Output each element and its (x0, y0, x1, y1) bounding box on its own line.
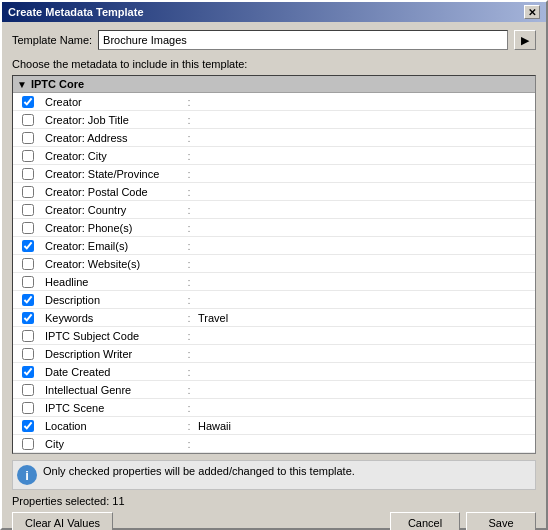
row-value-input-iptc_subject[interactable] (198, 328, 532, 344)
row-value-cell-city2 (195, 436, 535, 452)
row-label-phone: Creator: Phone(s) (43, 222, 183, 234)
row-value-cell-postal_code (195, 184, 535, 200)
row-value-cell-headline (195, 274, 535, 290)
row-label-location: Location (43, 420, 183, 432)
row-value-input-creator[interactable] (198, 94, 532, 110)
info-text: Only checked properties will be added/ch… (43, 465, 355, 477)
row-value-input-website[interactable] (198, 256, 532, 272)
row-label-headline: Headline (43, 276, 183, 288)
row-separator-desc_writer: : (183, 348, 195, 360)
row-checkbox-phone[interactable] (22, 222, 34, 234)
row-value-cell-website (195, 256, 535, 272)
table-row: Creator: City: (13, 147, 535, 165)
checkbox-cell (13, 330, 43, 342)
main-window: Create Metadata Template ✕ Template Name… (0, 0, 548, 530)
row-value-cell-keywords (195, 310, 535, 326)
row-checkbox-keywords[interactable] (22, 312, 34, 324)
row-value-cell-city (195, 148, 535, 164)
row-checkbox-location[interactable] (22, 420, 34, 432)
row-value-input-location[interactable] (198, 418, 532, 434)
checkbox-cell (13, 114, 43, 126)
row-label-creator: Creator (43, 96, 183, 108)
row-value-input-description[interactable] (198, 292, 532, 308)
row-checkbox-iptc_scene[interactable] (22, 402, 34, 414)
row-value-input-keywords[interactable] (198, 310, 532, 326)
close-button[interactable]: ✕ (524, 5, 540, 19)
checkbox-cell (13, 420, 43, 432)
row-checkbox-date_created[interactable] (22, 366, 34, 378)
row-value-input-headline[interactable] (198, 274, 532, 290)
section-label: IPTC Core (31, 78, 84, 90)
metadata-rows-container: Creator:Creator: Job Title:Creator: Addr… (13, 93, 535, 453)
row-checkbox-iptc_subject[interactable] (22, 330, 34, 342)
row-value-cell-desc_writer (195, 346, 535, 362)
row-value-cell-address (195, 130, 535, 146)
table-row: Headline: (13, 273, 535, 291)
table-row: Keywords: (13, 309, 535, 327)
row-separator-postal_code: : (183, 186, 195, 198)
row-value-input-desc_writer[interactable] (198, 346, 532, 362)
row-value-input-state[interactable] (198, 166, 532, 182)
row-checkbox-intellectual_genre[interactable] (22, 384, 34, 396)
choose-text: Choose the metadata to include in this t… (12, 58, 536, 70)
save-button[interactable]: Save (466, 512, 536, 530)
row-label-city: Creator: City (43, 150, 183, 162)
table-row: Creator: Postal Code: (13, 183, 535, 201)
row-value-input-email[interactable] (198, 238, 532, 254)
row-checkbox-city2[interactable] (22, 438, 34, 450)
row-separator-location: : (183, 420, 195, 432)
row-checkbox-desc_writer[interactable] (22, 348, 34, 360)
row-value-input-phone[interactable] (198, 220, 532, 236)
row-label-address: Creator: Address (43, 132, 183, 144)
row-label-date_created: Date Created (43, 366, 183, 378)
row-value-input-date_created[interactable] (198, 364, 532, 380)
row-value-input-job_title[interactable] (198, 112, 532, 128)
row-separator-creator: : (183, 96, 195, 108)
properties-row: Properties selected: 11 (12, 495, 536, 507)
row-value-input-city2[interactable] (198, 436, 532, 452)
cancel-button[interactable]: Cancel (390, 512, 460, 530)
checkbox-cell (13, 348, 43, 360)
table-row: City: (13, 435, 535, 453)
row-checkbox-postal_code[interactable] (22, 186, 34, 198)
row-checkbox-website[interactable] (22, 258, 34, 270)
row-label-city2: City (43, 438, 183, 450)
row-checkbox-email[interactable] (22, 240, 34, 252)
template-name-row: Template Name: ▶ (12, 30, 536, 50)
checkbox-cell (13, 276, 43, 288)
row-checkbox-address[interactable] (22, 132, 34, 144)
row-checkbox-headline[interactable] (22, 276, 34, 288)
row-checkbox-job_title[interactable] (22, 114, 34, 126)
row-label-intellectual_genre: Intellectual Genre (43, 384, 183, 396)
row-value-cell-date_created (195, 364, 535, 380)
table-row: Creator: Address: (13, 129, 535, 147)
row-label-postal_code: Creator: Postal Code (43, 186, 183, 198)
row-value-input-iptc_scene[interactable] (198, 400, 532, 416)
row-value-input-address[interactable] (198, 130, 532, 146)
metadata-list: ▼ IPTC Core Creator:Creator: Job Title:C… (12, 75, 536, 454)
row-separator-intellectual_genre: : (183, 384, 195, 396)
row-value-input-country[interactable] (198, 202, 532, 218)
row-checkbox-description[interactable] (22, 294, 34, 306)
table-row: Description Writer: (13, 345, 535, 363)
section-arrow[interactable]: ▼ (17, 79, 27, 90)
row-value-cell-iptc_scene (195, 400, 535, 416)
row-value-input-postal_code[interactable] (198, 184, 532, 200)
row-label-desc_writer: Description Writer (43, 348, 183, 360)
row-separator-city: : (183, 150, 195, 162)
row-checkbox-country[interactable] (22, 204, 34, 216)
row-separator-state: : (183, 168, 195, 180)
checkbox-cell (13, 438, 43, 450)
checkbox-cell (13, 258, 43, 270)
table-row: Creator: Email(s): (13, 237, 535, 255)
clear-ai-values-button[interactable]: Clear AI Values (12, 512, 113, 530)
template-name-input[interactable] (98, 30, 508, 50)
table-row: Creator: Phone(s): (13, 219, 535, 237)
template-arrow-button[interactable]: ▶ (514, 30, 536, 50)
row-value-cell-intellectual_genre (195, 382, 535, 398)
row-checkbox-city[interactable] (22, 150, 34, 162)
row-value-input-intellectual_genre[interactable] (198, 382, 532, 398)
row-value-input-city[interactable] (198, 148, 532, 164)
row-checkbox-state[interactable] (22, 168, 34, 180)
row-checkbox-creator[interactable] (22, 96, 34, 108)
